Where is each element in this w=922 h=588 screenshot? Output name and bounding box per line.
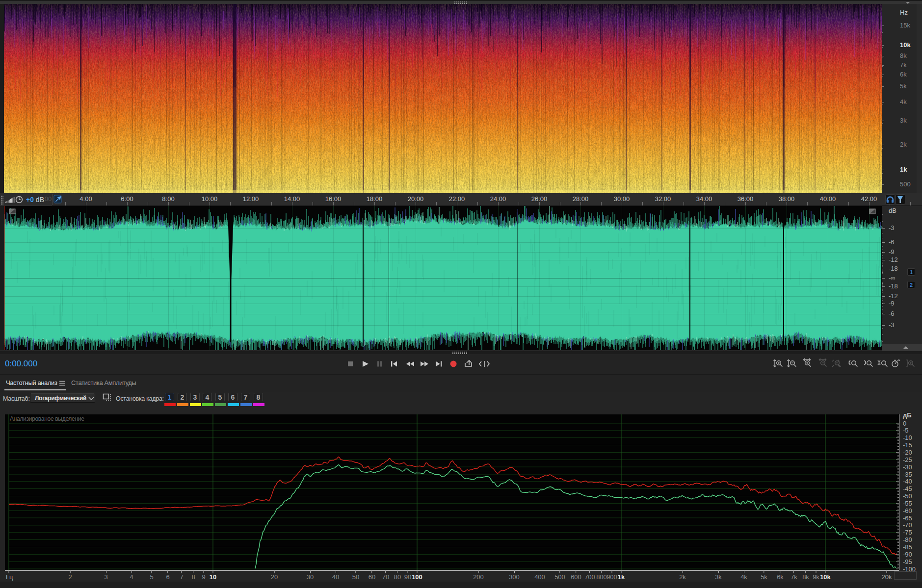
svg-text:-80: -80: [903, 536, 912, 543]
svg-text:50: 50: [352, 573, 359, 581]
svg-text:300: 300: [509, 573, 520, 581]
svg-text:Гц: Гц: [6, 573, 13, 581]
svg-text:6: 6: [166, 573, 169, 581]
svg-text:6k: 6k: [777, 573, 784, 581]
svg-text:9k: 9k: [813, 573, 819, 581]
svg-text:600: 600: [571, 573, 581, 581]
svg-text:20: 20: [271, 573, 278, 581]
svg-text:20k: 20k: [882, 573, 892, 581]
svg-text:200: 200: [473, 573, 484, 581]
svg-text:5: 5: [150, 573, 153, 581]
svg-text:800: 800: [596, 573, 607, 581]
svg-text:-5: -5: [903, 427, 909, 434]
svg-text:Анализированое выделение: Анализированое выделение: [10, 415, 84, 422]
svg-text:-90: -90: [903, 551, 912, 558]
svg-text:900: 900: [606, 573, 617, 581]
svg-text:2: 2: [68, 573, 72, 581]
svg-text:-75: -75: [903, 529, 912, 536]
svg-text:90: 90: [404, 573, 411, 581]
svg-text:700: 700: [584, 573, 595, 581]
svg-text:-65: -65: [903, 514, 912, 522]
svg-text:-20: -20: [903, 449, 912, 456]
svg-text:9: 9: [202, 573, 205, 581]
svg-text:4k: 4k: [740, 573, 747, 581]
svg-text:500: 500: [554, 573, 565, 581]
svg-text:100: 100: [412, 573, 422, 581]
svg-text:-60: -60: [903, 507, 912, 514]
svg-text:4: 4: [130, 573, 133, 581]
svg-text:-35: -35: [903, 471, 912, 478]
svg-text:-40: -40: [903, 478, 912, 485]
svg-text:1k: 1k: [618, 573, 625, 581]
svg-text:-55: -55: [903, 500, 912, 507]
svg-text:-30: -30: [903, 463, 912, 471]
svg-text:40: 40: [332, 573, 339, 581]
svg-text:60: 60: [369, 573, 375, 581]
svg-text:дБ: дБ: [903, 411, 912, 419]
svg-text:-10: -10: [903, 434, 912, 441]
svg-text:8: 8: [191, 573, 195, 581]
svg-text:80: 80: [394, 573, 401, 581]
svg-text:8k: 8k: [802, 573, 809, 581]
svg-text:-50: -50: [903, 492, 912, 500]
svg-text:10k: 10k: [820, 573, 831, 581]
svg-text:70: 70: [382, 573, 389, 581]
svg-text:-95: -95: [903, 558, 912, 565]
svg-text:7: 7: [180, 573, 183, 581]
svg-text:-70: -70: [903, 521, 912, 529]
svg-text:-45: -45: [903, 485, 912, 492]
svg-text:-25: -25: [903, 456, 912, 463]
svg-text:30: 30: [307, 573, 314, 581]
svg-text:3k: 3k: [715, 573, 722, 581]
svg-text:-85: -85: [903, 543, 912, 551]
svg-text:3: 3: [104, 573, 107, 581]
svg-text:7k: 7k: [790, 573, 797, 581]
svg-text:5k: 5k: [761, 573, 767, 581]
svg-text:-15: -15: [903, 441, 912, 449]
svg-text:10: 10: [210, 573, 216, 581]
svg-text:0: 0: [903, 420, 906, 427]
svg-text:400: 400: [534, 573, 545, 581]
svg-text:2k: 2k: [679, 573, 686, 581]
